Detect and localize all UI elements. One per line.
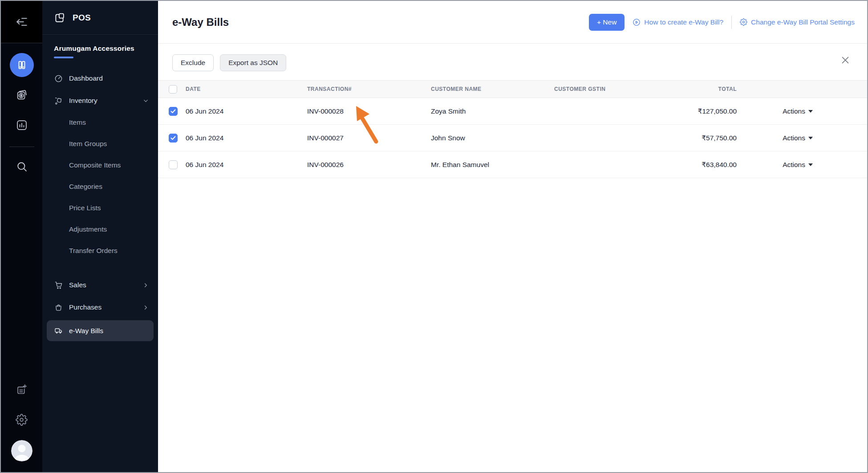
chevron-right-icon — [142, 304, 149, 311]
cell-total: ₹127,050.00 — [670, 107, 737, 115]
table-row[interactable]: 06 Jun 2024 INV-000028 Zoya Smith ₹127,0… — [158, 98, 867, 125]
how-to-create-label: How to create e-Way Bill? — [644, 18, 723, 26]
dashboard-icon — [54, 74, 63, 83]
row-checkbox[interactable] — [169, 107, 178, 116]
collapse-sidebar-button[interactable] — [1, 1, 42, 43]
app-window: POS Arumugam Accessories Dashboard — [0, 0, 868, 473]
app-name: POS — [73, 13, 91, 23]
row-checkbox[interactable] — [169, 160, 178, 169]
sidebar-item-label: Sales — [69, 281, 86, 289]
column-header-transaction[interactable]: TRANSACTION# — [307, 86, 431, 92]
sidebar-item-label: Composite Items — [69, 161, 121, 169]
column-header-customer-name[interactable]: CUSTOMER NAME — [431, 86, 554, 92]
check-icon — [170, 109, 176, 114]
select-all-checkbox[interactable] — [169, 85, 177, 94]
settings-button[interactable] — [12, 409, 32, 430]
main-content: e-Way Bills + New How to create e-Way Bi… — [158, 1, 867, 472]
page-title: e-Way Bills — [172, 16, 229, 29]
chevron-right-icon — [142, 282, 149, 289]
sidebar-item-price-lists[interactable]: Price Lists — [42, 197, 158, 219]
search-icon — [16, 160, 28, 173]
sidebar-item-adjustments[interactable]: Adjustments — [42, 219, 158, 240]
gear-icon — [740, 18, 747, 26]
column-header-customer-gstin[interactable]: CUSTOMER GSTIN — [554, 86, 670, 92]
new-button[interactable]: + New — [589, 14, 625, 31]
inventory-app-button[interactable] — [10, 53, 34, 77]
cell-customer: Zoya Smith — [431, 107, 554, 115]
cell-transaction[interactable]: INV-000026 — [307, 161, 431, 169]
gear-icon — [16, 414, 28, 426]
page-header: e-Way Bills + New How to create e-Way Bi… — [158, 1, 867, 44]
table-row[interactable]: 06 Jun 2024 INV-000027 John Snow ₹57,750… — [158, 125, 867, 151]
sidebar-item-label: e-Way Bills — [69, 327, 103, 335]
search-button[interactable] — [12, 156, 32, 177]
actions-dropdown[interactable]: Actions — [783, 134, 813, 142]
caret-down-icon — [808, 110, 813, 113]
reports-app-icon — [16, 119, 28, 131]
company-section: Arumugam Accessories — [42, 35, 158, 63]
actions-label: Actions — [783, 107, 805, 115]
row-checkbox[interactable] — [169, 134, 178, 143]
billing-app-button[interactable] — [12, 85, 32, 105]
sidebar-item-label: Price Lists — [69, 204, 101, 212]
actions-label: Actions — [783, 134, 805, 142]
sidebar-item-item-groups[interactable]: Item Groups — [42, 133, 158, 155]
app-icon-bar — [1, 1, 42, 472]
column-header-date[interactable]: DATE — [186, 86, 307, 92]
app-logo: POS — [42, 1, 158, 35]
bag-icon — [54, 303, 63, 312]
close-button[interactable] — [839, 53, 852, 67]
how-to-create-link[interactable]: How to create e-Way Bill? — [633, 18, 723, 26]
sidebar-item-label: Inventory — [69, 97, 97, 105]
cell-transaction[interactable]: INV-000028 — [307, 107, 431, 115]
sidebar-item-transfer-orders[interactable]: Transfer Orders — [42, 240, 158, 261]
sidebar-item-items[interactable]: Items — [42, 112, 158, 133]
inventory-app-icon — [16, 59, 28, 71]
sidebar-item-label: Adjustments — [69, 225, 107, 233]
sidebar-item-label: Transfer Orders — [69, 247, 118, 255]
add-document-icon — [16, 383, 28, 396]
actions-dropdown[interactable]: Actions — [783, 161, 813, 169]
export-json-button[interactable]: Export as JSON — [220, 54, 286, 71]
inventory-icon — [54, 96, 63, 105]
cell-transaction[interactable]: INV-000027 — [307, 134, 431, 142]
portal-settings-label: Change e-Way Bill Portal Settings — [751, 18, 855, 26]
add-document-button[interactable] — [12, 379, 32, 400]
sidebar-item-dashboard[interactable]: Dashboard — [42, 67, 158, 90]
actions-label: Actions — [783, 161, 805, 169]
chevron-down-icon — [142, 98, 149, 104]
iconbar-divider — [9, 147, 34, 147]
cell-date: 06 Jun 2024 — [186, 134, 307, 142]
sidebar-item-inventory[interactable]: Inventory — [42, 90, 158, 112]
pos-logo-icon — [54, 11, 67, 24]
exclude-button[interactable]: Exclude — [172, 54, 214, 71]
cart-icon — [54, 281, 63, 290]
sidebar-item-eway-bills[interactable]: e-Way Bills — [47, 320, 154, 341]
check-icon — [170, 136, 176, 140]
cell-date: 06 Jun 2024 — [186, 161, 307, 169]
column-header-total[interactable]: TOTAL — [670, 86, 737, 92]
sidebar: POS Arumugam Accessories Dashboard — [42, 1, 158, 472]
sidebar-item-sales[interactable]: Sales — [42, 274, 158, 296]
header-divider — [731, 16, 732, 29]
sidebar-item-label: Categories — [69, 183, 102, 191]
actions-dropdown[interactable]: Actions — [783, 107, 813, 115]
table-header-row: DATE TRANSACTION# CUSTOMER NAME CUSTOMER… — [158, 80, 867, 98]
cell-customer: Mr. Ethan Samuvel — [431, 161, 554, 169]
caret-down-icon — [808, 137, 813, 139]
portal-settings-link[interactable]: Change e-Way Bill Portal Settings — [740, 18, 855, 26]
sidebar-item-categories[interactable]: Categories — [42, 176, 158, 197]
company-name: Arumugam Accessories — [54, 45, 158, 53]
caret-down-icon — [808, 163, 813, 166]
cell-total: ₹57,750.00 — [670, 134, 737, 142]
table-row[interactable]: 06 Jun 2024 INV-000026 Mr. Ethan Samuvel… — [158, 151, 867, 178]
user-avatar[interactable] — [11, 440, 32, 461]
close-icon — [840, 55, 850, 65]
reports-app-button[interactable] — [12, 115, 32, 135]
sidebar-item-label: Items — [69, 118, 86, 126]
eway-bills-table: DATE TRANSACTION# CUSTOMER NAME CUSTOMER… — [158, 80, 867, 178]
sidebar-item-composite-items[interactable]: Composite Items — [42, 155, 158, 176]
sidebar-item-purchases[interactable]: Purchases — [42, 296, 158, 318]
cell-customer: John Snow — [431, 134, 554, 142]
collapse-sidebar-icon — [15, 15, 28, 29]
